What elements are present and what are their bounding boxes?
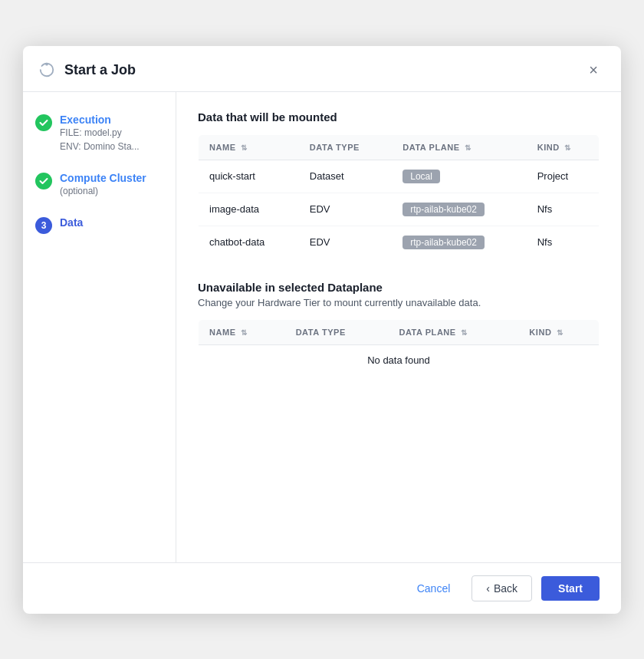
available-data-table: NAME ⇅ DATA TYPE DATA PLANE ⇅ KIND ⇅ <box>198 134 600 259</box>
modal-header: Start a Job × <box>23 46 621 92</box>
cell-name-1: image-data <box>199 193 299 226</box>
execution-step-label: Execution <box>60 114 140 126</box>
modal-title: Start a Job <box>64 62 584 78</box>
sidebar-item-execution[interactable]: Execution FILE: model.py ENV: Domino Sta… <box>35 114 163 153</box>
compute-step-sub1: (optional) <box>60 184 146 198</box>
col-data-plane: DATA PLANE ⇅ <box>392 134 526 160</box>
cell-data-plane-1: rtp-ailab-kube02 <box>392 193 526 226</box>
step-indicator-compute <box>35 173 52 189</box>
unavail-name-sort-icon[interactable]: ⇅ <box>241 328 248 337</box>
table-row: quick-start Dataset Local Project <box>199 160 600 193</box>
back-button[interactable]: ‹ Back <box>472 575 532 601</box>
execution-step-sub2: ENV: Domino Sta... <box>60 140 140 153</box>
data-step-info: Data <box>60 216 83 229</box>
check-icon-2 <box>38 176 49 186</box>
svg-point-1 <box>45 63 48 66</box>
modal-footer: Cancel ‹ Back Start <box>23 562 621 614</box>
data-plane-badge-1: rtp-ailab-kube02 <box>402 203 485 216</box>
unavailable-data-table: NAME ⇅ DATA TYPE DATA PLANE ⇅ KIND ⇅ <box>198 319 600 376</box>
compute-step-label: Compute Cluster <box>60 172 146 184</box>
cancel-button[interactable]: Cancel <box>405 576 463 601</box>
cell-kind-0: Project <box>527 160 600 193</box>
cell-data-type-2: EDV <box>299 226 392 259</box>
col-data-type: DATA TYPE <box>299 134 392 160</box>
execution-step-sub1: FILE: model.py <box>60 126 140 140</box>
col-name: NAME ⇅ <box>199 134 299 160</box>
table-row: image-data EDV rtp-ailab-kube02 Nfs <box>199 193 600 226</box>
table-row: No data found <box>199 344 600 375</box>
unavail-col-kind: KIND ⇅ <box>518 319 599 344</box>
check-icon <box>38 117 49 128</box>
modal-body: Execution FILE: model.py ENV: Domino Sta… <box>23 92 621 562</box>
sidebar-item-compute-cluster[interactable]: Compute Cluster (optional) <box>35 172 163 198</box>
cell-data-type-1: EDV <box>299 193 392 226</box>
cell-data-plane-0: Local <box>392 160 526 193</box>
unavailable-section-desc: Change your Hardware Tier to mount curre… <box>198 297 600 308</box>
data-plane-badge-0: Local <box>402 170 440 183</box>
job-spinner-icon <box>38 61 55 78</box>
sidebar: Execution FILE: model.py ENV: Domino Sta… <box>23 92 176 562</box>
cell-kind-2: Nfs <box>527 226 600 259</box>
unavail-col-data-plane: DATA PLANE ⇅ <box>388 319 518 344</box>
back-button-label: Back <box>494 582 518 595</box>
available-table-header-row: NAME ⇅ DATA TYPE DATA PLANE ⇅ KIND ⇅ <box>199 134 600 160</box>
main-content: Data that will be mounted NAME ⇅ DATA TY… <box>176 92 621 562</box>
cell-data-type-0: Dataset <box>299 160 392 193</box>
unavailable-table-header-row: NAME ⇅ DATA TYPE DATA PLANE ⇅ KIND ⇅ <box>199 319 600 344</box>
table-row: chatbot-data EDV rtp-ailab-kube02 Nfs <box>199 226 600 259</box>
sidebar-item-data: 3 Data <box>35 216 163 234</box>
back-chevron-icon: ‹ <box>486 582 490 595</box>
dataplane-sort-icon[interactable]: ⇅ <box>465 143 472 152</box>
close-button[interactable]: × <box>584 60 603 81</box>
start-button[interactable]: Start <box>541 576 600 601</box>
step-indicator-execution <box>35 114 52 131</box>
unavail-kind-sort-icon[interactable]: ⇅ <box>557 328 564 337</box>
cell-name-2: chatbot-data <box>199 226 299 259</box>
name-sort-icon[interactable]: ⇅ <box>241 143 248 152</box>
data-step-label: Data <box>60 216 83 229</box>
unavailable-section-title: Unavailable in selected Dataplane <box>198 281 600 294</box>
cell-data-plane-2: rtp-ailab-kube02 <box>392 226 526 259</box>
cell-name-0: quick-start <box>199 160 299 193</box>
no-data-cell: No data found <box>199 344 600 375</box>
execution-step-info: Execution FILE: model.py ENV: Domino Sta… <box>60 114 140 153</box>
col-kind: KIND ⇅ <box>527 134 600 160</box>
data-step-number: 3 <box>41 220 47 231</box>
data-plane-badge-2: rtp-ailab-kube02 <box>402 236 485 249</box>
kind-sort-icon[interactable]: ⇅ <box>564 143 571 152</box>
unavail-col-data-type: DATA TYPE <box>285 319 389 344</box>
cell-kind-1: Nfs <box>527 193 600 226</box>
step-indicator-data: 3 <box>35 217 52 234</box>
compute-step-info: Compute Cluster (optional) <box>60 172 146 198</box>
available-section-title: Data that will be mounted <box>198 110 600 124</box>
unavail-dataplane-sort-icon[interactable]: ⇅ <box>461 328 468 337</box>
start-job-modal: Start a Job × Execution FILE: model.py E… <box>23 46 621 614</box>
unavail-col-name: NAME ⇅ <box>199 319 285 344</box>
